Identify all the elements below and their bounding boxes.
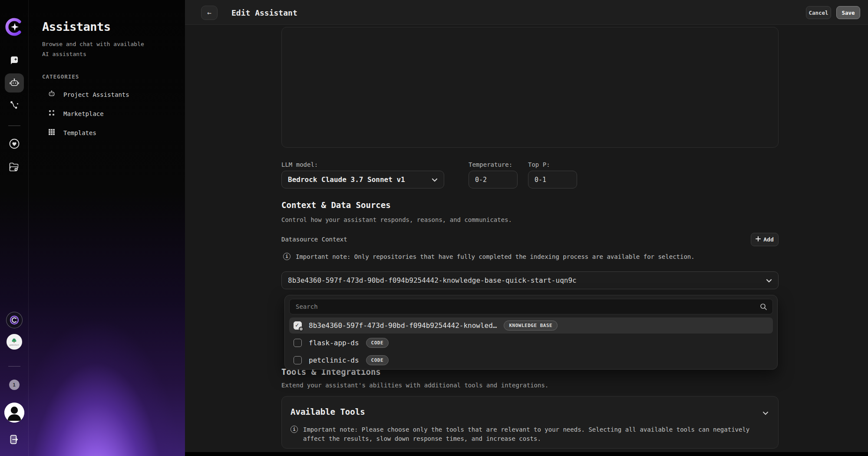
context-section-subtitle: Control how your assistant responds, rea… <box>281 216 512 223</box>
workspace-logo[interactable]: WORKSPACE <box>7 334 22 350</box>
knowledge-base-badge: KNOWLEDGE BASE <box>504 321 558 330</box>
temperature-label: Temperature: <box>469 161 512 168</box>
top-bar: ← Edit Assistant Cancel Save <box>185 0 868 25</box>
datasource-option[interactable]: flask-app-ds CODE <box>289 335 773 351</box>
save-button[interactable]: Save <box>836 6 860 19</box>
sidebar-item-label: Templates <box>63 129 96 136</box>
info-icon: i <box>283 253 290 260</box>
back-button[interactable]: ← <box>201 6 218 20</box>
datasource-picker-popover: Search ✓ 8b3e4360-597f-473d-90bd-f094b92… <box>284 295 778 370</box>
notification-badge: 1 <box>9 380 20 390</box>
nav-rail: WORKSPACE 1 <box>0 0 29 456</box>
available-tools-title: Available Tools <box>290 407 365 416</box>
top-p-input[interactable]: 0-1 <box>528 171 577 188</box>
checkbox-checked[interactable]: ✓ <box>294 321 302 330</box>
marketplace-dots-icon <box>48 109 56 118</box>
sidebar-title: Assistants <box>42 20 111 33</box>
code-badge: CODE <box>366 338 389 348</box>
cancel-button[interactable]: Cancel <box>806 6 831 19</box>
temperature-input[interactable]: 0-2 <box>469 171 518 188</box>
datasource-context-label: Datasource Context <box>281 236 347 243</box>
sidebar-item-marketplace[interactable]: Marketplace <box>48 109 104 118</box>
chevron-down-icon <box>432 175 438 184</box>
left-panel: WORKSPACE 1 A <box>0 0 185 456</box>
logout-icon[interactable] <box>9 434 20 445</box>
tools-section-subtitle: Extend your assistant's abilities with a… <box>281 382 548 389</box>
favorites-heart-icon[interactable] <box>9 139 20 149</box>
user-avatar[interactable] <box>4 403 24 423</box>
chevron-down-icon <box>766 276 772 284</box>
available-tools-note: i Important note: Please choose only the… <box>290 425 751 443</box>
datasource-selected-value: 8b3e4360-597f-473d-90bd-f094b9254442-kno… <box>288 276 577 284</box>
app-logo <box>5 18 23 36</box>
sidebar-item-label: Marketplace <box>63 110 104 117</box>
window-bottom-edge <box>185 452 868 456</box>
app-window: WORKSPACE 1 A <box>0 0 868 456</box>
search-icon <box>760 303 767 311</box>
sidebar-item-label: Project Assistants <box>63 91 129 98</box>
page-title: Edit Assistant <box>231 8 297 17</box>
top-p-label: Top P: <box>528 161 550 168</box>
chat-sparkle-icon[interactable] <box>9 56 20 66</box>
llm-model-label: LLM model: <box>281 161 318 168</box>
datasource-option[interactable]: ✓ 8b3e4360-597f-473d-90bd-f094b9254442-k… <box>289 317 773 334</box>
main-area: ← Edit Assistant Cancel Save LLM model: … <box>185 0 868 456</box>
project-folder-icon[interactable] <box>9 162 20 173</box>
llm-model-select[interactable]: Bedrock Claude 3.7 Sonnet v1 <box>281 171 444 188</box>
sidebar-categories-label: CATEGORIES <box>42 73 79 80</box>
plus-icon <box>756 236 761 243</box>
collapse-chevron-icon[interactable] <box>762 409 769 417</box>
templates-grid-icon <box>48 128 56 137</box>
add-datasource-button[interactable]: Add <box>751 233 779 246</box>
robot-icon <box>48 90 56 99</box>
org-logo[interactable] <box>6 312 23 328</box>
checkbox-unchecked[interactable] <box>294 356 302 364</box>
available-tools-card: Available Tools i Important note: Please… <box>281 396 779 449</box>
datasource-note: i Important note: Only repositories that… <box>283 252 695 261</box>
llm-model-value: Bedrock Claude 3.7 Sonnet v1 <box>288 175 405 184</box>
sidebar-item-project-assistants[interactable]: Project Assistants <box>48 90 129 99</box>
system-prompt-textarea[interactable] <box>281 27 779 148</box>
sidebar: Assistants Browse and chat with availabl… <box>29 0 185 456</box>
rail-divider-bottom <box>8 366 20 367</box>
info-icon: i <box>290 426 298 433</box>
rail-item-assistants[interactable] <box>5 73 24 93</box>
context-section-title: Context & Data Sources <box>281 200 391 210</box>
search-placeholder: Search <box>296 303 318 310</box>
datasource-option[interactable]: petclinic-ds CODE <box>289 352 773 368</box>
rail-divider <box>8 126 20 126</box>
sidebar-item-templates[interactable]: Templates <box>48 128 96 137</box>
code-badge: CODE <box>366 355 389 365</box>
datasource-select[interactable]: 8b3e4360-597f-473d-90bd-f094b9254442-kno… <box>281 271 779 289</box>
sidebar-subtitle: Browse and chat with available AI assist… <box>42 39 151 59</box>
checkbox-unchecked[interactable] <box>294 339 302 347</box>
workflow-route-icon[interactable] <box>9 100 20 110</box>
search-input[interactable]: Search <box>289 299 773 314</box>
